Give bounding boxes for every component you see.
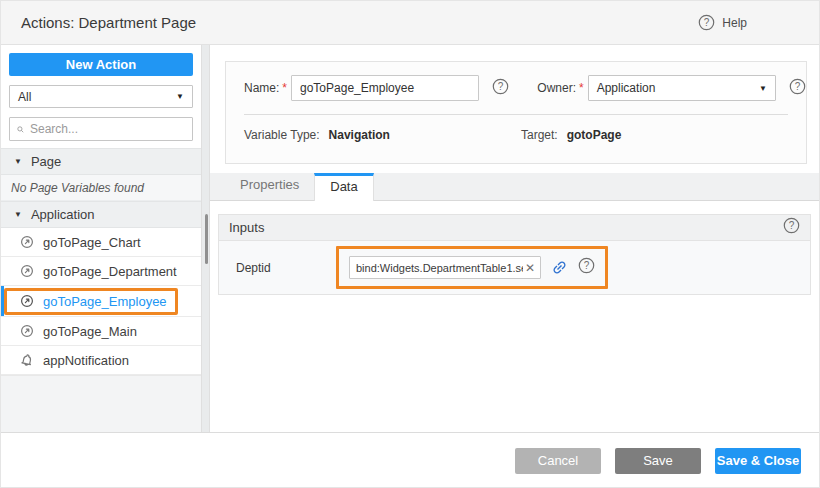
variable-type-value: Navigation — [329, 128, 390, 142]
help-icon: ? — [492, 78, 509, 95]
help-icon: ? — [698, 14, 715, 31]
notification-variable-icon — [19, 352, 36, 369]
clear-binding-icon[interactable]: ✕ — [523, 261, 537, 275]
deptid-help-button[interactable]: ? — [578, 257, 595, 278]
dialog-header: Actions: Department Page ? Help — [1, 1, 819, 45]
collapse-icon: ▼ — [14, 210, 22, 219]
variables-sidebar: New Action All ▼ ▼ Page — [1, 45, 201, 432]
scrollbar-thumb[interactable] — [205, 214, 208, 264]
bind-link-icon[interactable] — [551, 259, 568, 276]
variable-label: goToPage_Chart — [43, 235, 141, 250]
inputs-section-header: Inputs ? — [218, 214, 811, 241]
input-row-deptid: Deptid bind:Widgets.DepartmentTable1.sel… — [219, 246, 810, 289]
action-detail-panel: Name: * ? Owner: * Application ▼ — [210, 45, 819, 432]
actions-dialog: Actions: Department Page ? Help New Acti… — [0, 0, 820, 488]
sidebar-item-gotopage-employee[interactable]: goToPage_Employee — [1, 286, 201, 317]
detail-tabbar: Properties Data — [210, 173, 819, 201]
new-action-button[interactable]: New Action — [9, 53, 193, 76]
sidebar-item-appnotification[interactable]: appNotification — [1, 346, 201, 375]
dialog-footer: Cancel Save Save & Close — [1, 432, 819, 488]
tab-data[interactable]: Data — [314, 173, 373, 201]
help-label: Help — [722, 16, 747, 30]
navigation-variable-icon — [20, 324, 34, 338]
group-label: Application — [31, 207, 95, 222]
search-icon — [17, 123, 24, 136]
svg-text:?: ? — [789, 220, 795, 231]
help-button[interactable]: ? Help — [698, 14, 819, 31]
save-button[interactable]: Save — [615, 448, 701, 474]
selection-highlight: goToPage_Employee — [4, 288, 178, 315]
svg-text:?: ? — [704, 17, 710, 28]
svg-text:?: ? — [498, 81, 504, 92]
owner-help-button[interactable]: ? — [789, 78, 806, 99]
name-label: Name: — [244, 81, 279, 95]
sidebar-item-gotopage-department[interactable]: goToPage_Department — [1, 257, 201, 286]
variables-tree: ▼ Page No Page Variables found ▼ Applica… — [1, 148, 201, 375]
collapse-icon: ▼ — [14, 157, 22, 166]
sidebar-item-gotopage-main[interactable]: goToPage_Main — [1, 317, 201, 346]
owner-label: Owner: — [537, 81, 576, 95]
search-input[interactable] — [30, 122, 185, 136]
help-icon: ? — [783, 217, 800, 234]
inputs-help-button[interactable]: ? — [783, 217, 800, 238]
variable-label: goToPage_Department — [43, 264, 177, 279]
sidebar-item-gotopage-chart[interactable]: goToPage_Chart — [1, 228, 201, 257]
variable-label: goToPage_Main — [43, 324, 137, 339]
panel-divider-line — [244, 114, 788, 115]
tree-group-page[interactable]: ▼ Page — [1, 148, 201, 175]
page-empty-message: No Page Variables found — [1, 175, 201, 201]
navigation-variable-icon — [20, 294, 34, 308]
inputs-body: Deptid bind:Widgets.DepartmentTable1.sel… — [218, 241, 811, 295]
chevron-down-icon: ▼ — [176, 92, 184, 101]
inputs-section: Inputs ? Deptid bind:Widgets.DepartmentT… — [218, 214, 811, 295]
variable-label: appNotification — [43, 353, 129, 368]
action-summary-panel: Name: * ? Owner: * Application ▼ — [225, 61, 807, 164]
svg-text:?: ? — [795, 81, 801, 92]
bind-expression-value: bind:Widgets.DepartmentTable1.select — [356, 262, 523, 274]
chevron-down-icon: ▼ — [759, 84, 767, 93]
help-icon: ? — [578, 257, 595, 274]
bind-highlight-box: bind:Widgets.DepartmentTable1.select ✕ — [336, 246, 608, 289]
deptid-label: Deptid — [219, 261, 336, 275]
owner-select[interactable]: Application ▼ — [588, 75, 776, 101]
page-title: Actions: Department Page — [1, 14, 196, 31]
group-label: Page — [31, 154, 61, 169]
target-value: gotoPage — [567, 128, 622, 142]
name-field[interactable] — [291, 75, 479, 101]
cancel-button[interactable]: Cancel — [515, 448, 601, 474]
deptid-bind-field[interactable]: bind:Widgets.DepartmentTable1.select ✕ — [349, 256, 541, 279]
variable-search[interactable] — [9, 117, 193, 141]
tab-properties[interactable]: Properties — [225, 172, 314, 200]
variable-filter-select[interactable]: All ▼ — [9, 85, 193, 108]
required-marker: * — [282, 81, 287, 95]
tree-group-application[interactable]: ▼ Application — [1, 201, 201, 228]
save-and-close-button[interactable]: Save & Close — [715, 448, 801, 474]
navigation-variable-icon — [20, 264, 34, 278]
inputs-title: Inputs — [219, 220, 264, 235]
required-marker: * — [579, 81, 584, 95]
target-label: Target: — [521, 128, 558, 142]
panel-divider — [201, 45, 210, 432]
owner-value: Application — [597, 81, 656, 95]
sidebar-filler — [1, 375, 201, 432]
filter-value: All — [18, 90, 31, 104]
name-help-button[interactable]: ? — [492, 78, 509, 99]
help-icon: ? — [789, 78, 806, 95]
navigation-variable-icon — [20, 235, 34, 249]
variable-label: goToPage_Employee — [43, 294, 167, 309]
svg-text:?: ? — [584, 260, 590, 271]
variable-type-label: Variable Type: — [244, 128, 320, 142]
